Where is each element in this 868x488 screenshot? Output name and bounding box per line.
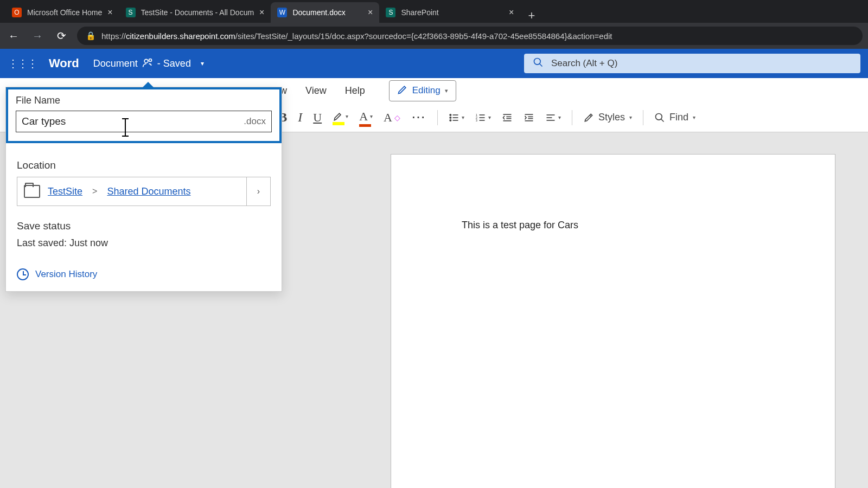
search-box[interactable]: Search (Alt + Q): [524, 54, 860, 73]
align-button[interactable]: ▾: [545, 112, 561, 123]
chevron-down-icon: ▾: [445, 87, 448, 94]
document-title-dropdown[interactable]: Document - Saved ▾: [93, 57, 204, 70]
sharepoint-icon: S: [126, 8, 136, 17]
font-color-button[interactable]: A ▾: [359, 110, 373, 126]
svg-line-28: [661, 119, 663, 121]
folder-icon: [24, 185, 40, 198]
styles-button[interactable]: Styles ▾: [583, 112, 632, 123]
browser-tab-active[interactable]: W Document.docx ×: [271, 2, 379, 23]
find-label: Find: [669, 112, 688, 123]
svg-line-3: [540, 63, 542, 66]
location-label: Location: [17, 159, 271, 171]
tab-title: Microsoft Office Home: [27, 8, 102, 17]
forward-button[interactable]: →: [29, 30, 46, 42]
chevron-down-icon: ▾: [629, 114, 632, 120]
svg-point-2: [534, 58, 541, 65]
italic-button[interactable]: I: [298, 110, 302, 125]
browser-tab[interactable]: O Microsoft Office Home ×: [5, 2, 119, 23]
decrease-indent-button[interactable]: [502, 112, 513, 123]
location-breadcrumb: TestSite > Shared Documents: [17, 177, 246, 206]
file-name-input[interactable]: [22, 115, 244, 127]
tab-title: TestSite - Documents - All Docum: [141, 8, 254, 17]
svg-point-6: [450, 117, 451, 118]
address-bar[interactable]: 🔒 https://citizenbuilders.sharepoint.com…: [77, 27, 863, 45]
pen-icon: [397, 84, 408, 98]
location-library-link[interactable]: Shared Documents: [107, 186, 190, 197]
find-button[interactable]: Find ▾: [654, 112, 695, 123]
tab-view[interactable]: View: [305, 85, 327, 97]
version-history-link[interactable]: Version History: [17, 268, 271, 280]
location-row: TestSite > Shared Documents ›: [17, 177, 271, 206]
highlight-swatch: [333, 122, 344, 125]
document-text: This is a test page for Cars: [462, 220, 578, 230]
chevron-down-icon: ▾: [201, 60, 204, 67]
svg-point-8: [450, 119, 451, 121]
tab-title: Document.docx: [292, 8, 362, 17]
save-status-label: Save status: [17, 220, 271, 232]
new-tab-button[interactable]: +: [520, 9, 542, 23]
close-icon[interactable]: ×: [259, 8, 264, 17]
highlight-button[interactable]: ▾: [333, 111, 348, 124]
file-name-input-row[interactable]: .docx: [16, 111, 272, 132]
chevron-down-icon: ▾: [488, 114, 491, 120]
version-history-label: Version History: [35, 269, 97, 280]
browser-toolbar: ← → ⟳ 🔒 https://citizenbuilders.sharepoi…: [0, 23, 868, 49]
tab-help[interactable]: Help: [345, 85, 365, 97]
close-icon[interactable]: ×: [368, 8, 373, 17]
back-button[interactable]: ←: [5, 30, 22, 42]
sharepoint-icon: S: [386, 8, 395, 17]
save-status-value: Last saved: Just now: [17, 237, 271, 249]
word-titlebar: ⋮⋮⋮ Word Document - Saved ▾ Search (Alt …: [0, 49, 868, 78]
search-icon: [533, 57, 544, 70]
numbered-list-button[interactable]: 123 ▾: [475, 112, 491, 123]
chevron-down-icon: ▾: [370, 113, 373, 119]
app-launcher-icon[interactable]: ⋮⋮⋮: [8, 57, 37, 70]
file-name-label: File Name: [16, 95, 272, 106]
chevron-down-icon: ▾: [693, 114, 695, 120]
svg-point-27: [655, 113, 662, 120]
rename-panel: File Name .docx Location TestSite > Shar…: [5, 87, 282, 292]
tab-title: SharePoint: [401, 8, 503, 17]
location-site-link[interactable]: TestSite: [48, 186, 82, 197]
location-browse-button[interactable]: ›: [246, 177, 270, 206]
increase-indent-button[interactable]: [524, 112, 534, 123]
more-font-button[interactable]: ⋯: [411, 109, 426, 126]
document-page[interactable]: This is a test page for Cars: [391, 154, 835, 488]
search-placeholder: Search (Alt + Q): [551, 58, 617, 69]
divider: [572, 110, 572, 125]
fontcolor-swatch: [359, 124, 371, 127]
office-icon: O: [12, 8, 22, 17]
underline-button[interactable]: U: [313, 111, 322, 125]
url-host: citizenbuilders.sharepoint.com: [126, 31, 235, 41]
divider: [437, 110, 438, 125]
file-extension: .docx: [244, 116, 266, 127]
svg-point-0: [144, 59, 148, 63]
app-name: Word: [49, 56, 79, 70]
close-icon[interactable]: ×: [509, 8, 514, 17]
editing-label: Editing: [412, 85, 441, 96]
bullet-list-button[interactable]: ▾: [449, 112, 464, 123]
lock-icon: 🔒: [86, 31, 96, 41]
text-cursor-caret: [125, 118, 126, 137]
browser-tab[interactable]: S TestSite - Documents - All Docum ×: [119, 2, 271, 23]
document-title: Document: [93, 58, 138, 69]
share-icon: [142, 57, 153, 70]
browser-tab-strip: O Microsoft Office Home × S TestSite - D…: [0, 0, 868, 23]
chevron-down-icon: ▾: [462, 114, 464, 120]
history-icon: [17, 268, 29, 280]
close-icon[interactable]: ×: [107, 8, 112, 17]
svg-point-4: [450, 114, 451, 115]
divider: [643, 110, 643, 125]
svg-text:3: 3: [476, 118, 477, 121]
svg-point-1: [149, 59, 151, 61]
chevron-down-icon: ▾: [346, 113, 348, 119]
reload-button[interactable]: ⟳: [53, 29, 69, 42]
browser-tab[interactable]: S SharePoint ×: [379, 2, 520, 23]
chevron-down-icon: ▾: [558, 114, 561, 120]
breadcrumb-separator: >: [92, 187, 97, 196]
file-name-section: File Name .docx: [6, 87, 282, 143]
clear-formatting-button[interactable]: A◇: [384, 111, 400, 125]
url-prefix: https://: [101, 31, 126, 41]
word-icon: W: [277, 8, 287, 17]
editing-mode-dropdown[interactable]: Editing ▾: [389, 80, 456, 101]
